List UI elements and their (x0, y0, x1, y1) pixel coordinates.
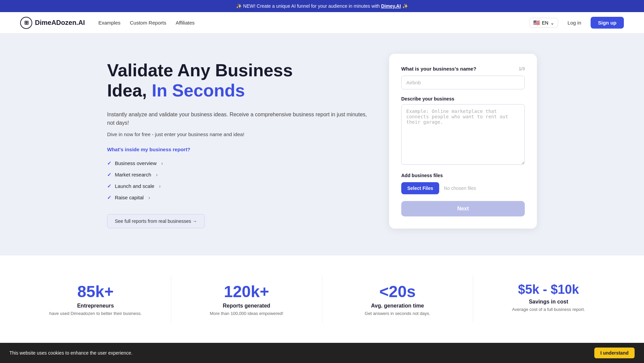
nav-right: 🇺🇸 EN ⌄ Log in Sign up (530, 17, 624, 29)
arrow-icon: › (156, 172, 157, 177)
check-icon: ✓ (107, 183, 111, 189)
arrow-icon: › (159, 183, 161, 189)
stat-title: Savings in cost (487, 299, 610, 305)
stat-title: Reports generated (185, 303, 309, 309)
nav-examples[interactable]: Examples (98, 20, 121, 26)
see-reports-button[interactable]: See full reports from real businesses → (107, 214, 205, 228)
feature-raise-capital[interactable]: ✓ Raise capital › (107, 192, 369, 203)
describe-label: Describe your business (401, 96, 525, 102)
flag-icon: 🇺🇸 (533, 19, 540, 26)
navbar: ⊞ DimeADozen.AI Examples Custom Reports … (0, 12, 644, 34)
hero-dive-text: Dive in now for free - just enter your b… (107, 131, 369, 137)
what-inside-link[interactable]: What's inside my business report? (107, 147, 369, 152)
banner-suffix: ✨ (401, 3, 408, 9)
stat-number: 85k+ (34, 282, 157, 301)
feature-label: Raise capital (115, 195, 144, 200)
form-step: 1/3 (519, 66, 525, 71)
stat-desc: More than 100,000 ideas empowered! (185, 311, 309, 316)
form-question: What is your business's name? (401, 66, 476, 72)
stat-reports: 120k+ Reports generated More than 100,00… (171, 276, 322, 323)
logo-text: DimeADozen.AI (35, 19, 85, 27)
stat-number: 120k+ (185, 282, 309, 301)
logo-icon: ⊞ (20, 17, 32, 29)
lang-label: EN (542, 20, 548, 26)
stats-section: 85k+ Entrepreneurs have used Dimeadozen … (0, 255, 644, 343)
logo[interactable]: ⊞ DimeADozen.AI (20, 17, 85, 29)
next-button[interactable]: Next (401, 201, 525, 216)
check-icon: ✓ (107, 172, 111, 178)
stat-desc: Get answers in seconds not days. (336, 311, 460, 316)
banner-text: ✨ NEW! Create a unique AI funnel for you… (236, 3, 381, 9)
check-icon: ✓ (107, 160, 111, 166)
form-card: What is your business's name? 1/3 Descri… (389, 54, 537, 229)
hero-section: Validate Any Business Idea, In Seconds I… (87, 34, 557, 255)
hero-title: Validate Any Business Idea, In Seconds (107, 61, 369, 101)
hero-title-highlight: In Seconds (152, 81, 245, 100)
no-files-text: No chosen files (444, 186, 476, 191)
signup-button[interactable]: Sign up (591, 17, 624, 29)
arrow-icon: › (148, 195, 150, 200)
add-files-label: Add business files (401, 173, 525, 178)
stat-number: $5k - $10k (487, 282, 610, 297)
chevron-down-icon: ⌄ (550, 20, 554, 26)
feature-market-research[interactable]: ✓ Market research › (107, 169, 369, 180)
feature-label: Business overview (115, 160, 156, 166)
login-button[interactable]: Log in (563, 18, 585, 28)
stat-title: Entrepreneurs (34, 303, 157, 309)
nav-affiliates[interactable]: Affiliates (176, 20, 194, 26)
banner-link[interactable]: Dimey.AI (381, 3, 401, 9)
stat-number: <20s (336, 282, 460, 301)
feature-label: Launch and scale (115, 183, 154, 189)
feature-list: ✓ Business overview › ✓ Market research … (107, 158, 369, 203)
top-banner: ✨ NEW! Create a unique AI funnel for you… (0, 0, 644, 12)
check-icon: ✓ (107, 195, 111, 201)
hero-subtitle: Instantly analyze and validate your busi… (107, 110, 369, 127)
stat-title: Avg. generation time (336, 303, 460, 309)
feature-launch-scale[interactable]: ✓ Launch and scale › (107, 180, 369, 192)
arrow-icon: › (161, 160, 163, 166)
hero-left: Validate Any Business Idea, In Seconds I… (107, 54, 369, 228)
select-files-button[interactable]: Select Files (401, 182, 439, 194)
describe-textarea[interactable] (401, 104, 525, 165)
stat-desc: Average cost of a full business report. (487, 307, 610, 312)
feature-label: Market research (115, 172, 151, 177)
stat-entrepreneurs: 85k+ Entrepreneurs have used Dimeadozen … (20, 276, 171, 323)
stat-savings: $5k - $10k Savings in cost Average cost … (473, 276, 624, 323)
stat-desc: have used Dimeadozen to better their bus… (34, 311, 157, 316)
language-selector[interactable]: 🇺🇸 EN ⌄ (530, 18, 558, 28)
nav-custom-reports[interactable]: Custom Reports (130, 20, 166, 26)
feature-business-overview[interactable]: ✓ Business overview › (107, 158, 369, 169)
nav-links: Examples Custom Reports Affiliates (98, 20, 530, 26)
stat-generation-time: <20s Avg. generation time Get answers in… (322, 276, 473, 323)
form-header: What is your business's name? 1/3 (401, 66, 525, 72)
business-name-input[interactable] (401, 76, 525, 89)
file-row: Select Files No chosen files (401, 182, 525, 194)
